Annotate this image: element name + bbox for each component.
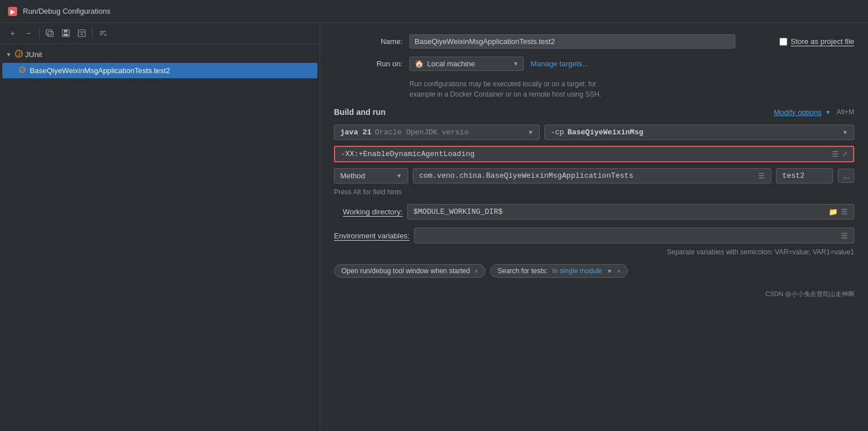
title-bar: ▶ Run/Debug Configurations [0, 0, 868, 23]
right-panel: Name: Store as project file Run on: 🏠 Lo… [320, 23, 868, 431]
working-dir-icons: 📁 ☰ [829, 207, 848, 216]
tag-run-tool-window-label: Open run/debug tool window when started [341, 267, 470, 275]
working-dir-label: Working directory: [334, 207, 403, 216]
svg-rect-5 [64, 30, 67, 33]
three-dots-button[interactable]: ... [838, 169, 854, 183]
junit-group-label: JUnit [25, 50, 42, 59]
name-input[interactable] [409, 34, 735, 49]
toolbar: + − [0, 23, 320, 44]
cp-flag: -cp [551, 128, 564, 137]
svg-rect-2 [48, 31, 53, 37]
store-as-project-area: Store as project file [779, 37, 854, 46]
build-and-run-title: Build and run [334, 107, 385, 117]
method-dropdown[interactable]: Method ▼ [334, 168, 408, 183]
svg-rect-6 [63, 34, 68, 36]
working-dir-row: Working directory: $MODULE_WORKING_DIR$ … [334, 204, 854, 220]
modify-shortcut-text: Alt+M [837, 108, 854, 116]
modify-options-chevron-icon: ▼ [825, 109, 831, 115]
run-on-label: Run on: [334, 59, 403, 68]
vm-options-browse-icon[interactable]: ☰ [832, 150, 839, 158]
env-vars-browse-icon[interactable]: ☰ [841, 232, 848, 240]
vm-options-expand-icon[interactable]: ⤢ [842, 150, 847, 158]
method-label-text: Method [340, 171, 365, 180]
app-icon: ▶ [7, 6, 18, 17]
env-vars-row: Environment variables: ☰ [334, 228, 854, 244]
method-name-field[interactable]: test2 [776, 168, 833, 183]
cp-dropdown[interactable]: -cp BaseQiyeWeixinMsg ▼ [544, 125, 854, 140]
test-item-label: BaseQiyeWeixinMsgApplicationTests.test2 [30, 66, 170, 75]
vm-options-text: -XX:+EnableDynamicAgentLoading [341, 150, 832, 158]
tag-run-tool-window: Open run/debug tool window when started … [334, 264, 485, 278]
modify-options-link[interactable]: Modify options [774, 108, 822, 117]
alt-hint-text: Press Alt for field hints [334, 188, 854, 196]
method-name-text: test2 [782, 171, 805, 180]
bottom-credits-text: CSDN @小小兔在普陀山走神啊 [766, 290, 854, 297]
tag-search-for-tests: Search for tests: In single module ▼ × [490, 264, 628, 278]
java-version-bold: java 21 [340, 128, 372, 137]
left-panel: + − [0, 23, 320, 431]
class-browse-icon[interactable]: ☰ [758, 171, 765, 180]
working-dir-browse-icon[interactable]: ☰ [841, 207, 848, 216]
test-config-icon: J U [18, 66, 26, 75]
tag-search-label: Search for tests: [497, 267, 547, 275]
cp-value: BaseQiyeWeixinMsg [567, 128, 643, 137]
svg-text:U: U [19, 51, 22, 54]
java-version-desc: Oracle OpenJDK versio [375, 128, 469, 137]
chevron-down-icon: ▼ [6, 51, 13, 58]
add-config-button[interactable]: + [6, 26, 19, 40]
info-text: Run configurations may be executed local… [409, 79, 854, 99]
class-input-field[interactable]: com.veno.china.BaseQiyeWeixinMsgApplicat… [413, 168, 771, 183]
main-layout: + − [0, 23, 868, 431]
run-on-dropdown[interactable]: 🏠 Local machine ▼ [409, 57, 524, 71]
name-row: Name: Store as project file [334, 34, 854, 49]
bottom-credits: CSDN @小小兔在普陀山走神啊 [334, 289, 854, 298]
tag-search-chevron-icon[interactable]: ▼ [607, 268, 612, 274]
java-dropdown-chevron-icon: ▼ [528, 129, 533, 135]
toolbar-separator-1 [39, 28, 39, 38]
class-name-text: com.veno.china.BaseQiyeWeixinMsgApplicat… [419, 171, 755, 180]
java-cp-row: java 21 Oracle OpenJDK versio ▼ -cp Base… [334, 125, 854, 140]
copy-config-button[interactable] [43, 26, 57, 40]
svg-text:▶: ▶ [10, 9, 15, 15]
svg-text:U: U [23, 67, 26, 70]
toolbar-separator-2 [92, 28, 93, 38]
tree-group-junit[interactable]: ▼ J U JUnit [0, 47, 320, 62]
tree-section: ▼ J U JUnit J U [0, 44, 320, 83]
tags-row: Open run/debug tool window when started … [334, 264, 854, 278]
move-config-button[interactable] [75, 26, 89, 40]
store-as-project-label: Store as project file [791, 37, 854, 46]
local-machine-text: Local machine [427, 59, 509, 68]
manage-targets-link[interactable]: Manage targets... [531, 59, 588, 68]
remove-config-button[interactable]: − [22, 26, 35, 40]
env-vars-label: Environment variables: [334, 232, 409, 240]
method-dropdown-chevron-icon: ▼ [396, 173, 402, 179]
working-dir-value: $MODULE_WORKING_DIR$ [413, 207, 829, 216]
home-icon: 🏠 [415, 59, 424, 68]
java-version-dropdown[interactable]: java 21 Oracle OpenJDK versio ▼ [334, 125, 540, 140]
junit-icon: J U [15, 50, 23, 59]
cp-dropdown-chevron-icon: ▼ [842, 129, 848, 135]
vm-options-icons-area: ☰ ⤢ [832, 150, 847, 158]
tag-run-tool-window-close[interactable]: × [475, 268, 478, 274]
env-vars-input[interactable]: ☰ [414, 228, 854, 244]
env-vars-hint-text: Separate variables with semicolon: VAR=v… [334, 248, 854, 256]
modify-options-area: Modify options ▼ Alt+M [774, 108, 854, 117]
vm-options-field[interactable]: -XX:+EnableDynamicAgentLoading ☰ ⤢ [334, 146, 854, 162]
run-on-row: Run on: 🏠 Local machine ▼ Manage targets… [334, 57, 854, 71]
build-and-run-section-header: Build and run Modify options ▼ Alt+M [334, 107, 854, 117]
method-row: Method ▼ com.veno.china.BaseQiyeWeixinMs… [334, 168, 854, 183]
tree-item-test[interactable]: J U BaseQiyeWeixinMsgApplicationTests.te… [2, 63, 317, 78]
tag-search-value[interactable]: In single module [552, 267, 602, 275]
tag-search-close[interactable]: × [617, 268, 620, 274]
store-as-project-checkbox[interactable] [779, 38, 787, 46]
dropdown-chevron-icon: ▼ [513, 61, 519, 67]
save-config-button[interactable] [59, 26, 73, 40]
window-title: Run/Debug Configurations [23, 7, 110, 15]
folder-icon[interactable]: 📁 [829, 207, 838, 216]
working-dir-input[interactable]: $MODULE_WORKING_DIR$ 📁 ☰ [407, 204, 854, 220]
sort-config-button[interactable] [96, 26, 110, 40]
svg-rect-3 [46, 30, 51, 35]
name-label: Name: [334, 37, 403, 46]
